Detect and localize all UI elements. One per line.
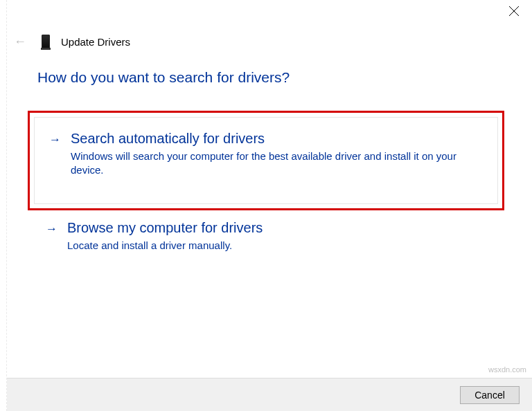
titlebar xyxy=(0,0,532,26)
option-browse-computer[interactable]: → Browse my computer for drivers Locate … xyxy=(37,220,495,253)
question-heading: How do you want to search for drivers? xyxy=(37,69,495,86)
close-icon[interactable] xyxy=(508,6,520,17)
option-search-automatically[interactable]: → Search automatically for drivers Windo… xyxy=(28,111,504,210)
content-area: How do you want to search for drivers? →… xyxy=(0,48,532,253)
back-icon[interactable]: ← xyxy=(14,35,26,48)
arrow-right-icon: → xyxy=(42,131,61,149)
cancel-button[interactable]: Cancel xyxy=(460,386,520,404)
option-title: Search automatically for drivers xyxy=(71,131,486,147)
window-left-edge xyxy=(0,0,7,411)
device-icon xyxy=(42,35,50,48)
wizard-title: Update Drivers xyxy=(61,36,130,48)
option-description: Windows will search your computer for th… xyxy=(71,149,486,178)
option-text-group: Browse my computer for drivers Locate an… xyxy=(67,220,478,253)
wizard-header: ← Update Drivers xyxy=(0,26,532,48)
arrow-right-icon: → xyxy=(43,220,57,238)
option-text-group: Search automatically for drivers Windows… xyxy=(71,131,486,178)
option-description: Locate and install a driver manually. xyxy=(67,239,478,253)
option-title: Browse my computer for drivers xyxy=(67,220,478,236)
watermark-text: wsxdn.com xyxy=(488,365,526,374)
footer-bar: Cancel xyxy=(7,378,532,411)
